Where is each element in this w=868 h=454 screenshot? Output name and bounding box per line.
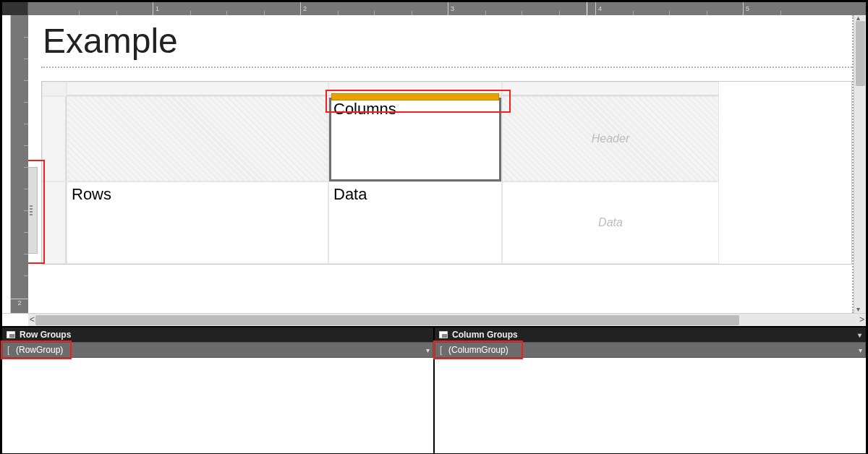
chevron-down-icon[interactable]: ▾ [858,331,861,339]
row-groups-header[interactable]: Row Groups [2,327,433,342]
left-margin-strip [2,15,11,313]
tablix-col-handle[interactable] [67,82,328,96]
row-group-header-cell[interactable]: Rows [67,181,328,264]
row-group-item[interactable]: [ (RowGroup) ▾ [2,342,433,358]
tablix-col-handle[interactable] [502,82,719,96]
ruler-row: 1 2 3 4 5 [2,2,866,15]
column-group-header-cell[interactable]: Columns [328,96,502,181]
ruler-h-tick: 5 [743,2,749,15]
static-header-cell[interactable]: Header [502,96,719,181]
cell-text: Rows [72,185,111,204]
row-group-item-label: (RowGroup) [16,345,63,355]
report-designer-frame: 1 2 3 4 5 [0,0,868,454]
ruler-v-tick: 2 [11,299,28,307]
report-body[interactable]: Example Columns [41,15,854,313]
design-canvas[interactable]: Example Columns [28,15,866,313]
ruler-h-tick: 3 [448,2,454,15]
static-data-cell[interactable]: Data [502,181,719,264]
table-icon [7,331,15,338]
report-title-textbox[interactable]: Example [41,15,852,64]
ruler-h-tick: 2 [300,2,307,15]
column-groups-title: Column Groups [452,330,518,340]
chevron-down-icon[interactable]: ▾ [859,346,862,354]
scroll-thumb[interactable] [856,21,865,86]
column-group-indicator-icon [331,93,499,100]
vertical-scrollbar[interactable]: ▴ ▾ [854,15,866,313]
placeholder-label: Header [592,132,629,145]
column-groups-body[interactable] [435,358,866,453]
column-group-item[interactable]: [ (ColumnGroup) ▾ [435,342,866,358]
row-group-indicator-icon[interactable] [28,167,38,254]
column-groups-header[interactable]: Column Groups ▾ [435,327,866,342]
table-icon [439,331,448,338]
row-groups-title: Row Groups [20,330,71,340]
cell-text: Columns [333,100,396,119]
scroll-left-icon[interactable]: < [30,314,35,325]
cell-text: Data [333,185,367,204]
horizontal-scrollbar[interactable]: < > [28,314,866,326]
row-groups-body[interactable] [2,358,433,453]
data-cell[interactable]: Data [328,181,502,264]
title-divider [41,67,852,68]
ruler-h-tick: 4 [595,2,602,15]
vertical-ruler[interactable]: 2 [11,15,28,313]
ruler-h-tick: 1 [153,2,159,15]
matrix-tablix[interactable]: Columns Header Rows Data [41,81,852,265]
placeholder-label: Data [598,216,623,229]
tablix-row-handle[interactable] [42,181,67,264]
horizontal-ruler[interactable]: 1 2 3 4 5 [28,2,866,15]
tablix-corner-cell[interactable] [67,96,328,181]
scroll-thumb[interactable] [35,315,739,325]
bracket-icon: [ [7,345,13,355]
bracket-icon: [ [440,345,446,355]
design-surface-row: 2 Example Col [2,15,866,313]
row-groups-panel: Row Groups [ (RowGroup) ▾ [2,327,435,453]
scroll-right-icon[interactable]: > [859,314,864,325]
tablix-corner-handle[interactable] [42,82,67,96]
horizontal-scrollbar-row: < > [2,313,866,326]
tablix-row-handle[interactable] [42,96,67,181]
ruler-corner [2,2,28,15]
chevron-down-icon[interactable]: ▾ [426,346,430,354]
column-group-item-label: (ColumnGroup) [448,345,509,355]
ruler-cursor-mark [587,2,587,15]
column-groups-panel: Column Groups ▾ [ (ColumnGroup) ▾ [435,327,866,453]
grouping-pane: Row Groups [ (RowGroup) ▾ Column Groups … [2,326,866,453]
scroll-down-icon[interactable]: ▾ [856,305,860,313]
